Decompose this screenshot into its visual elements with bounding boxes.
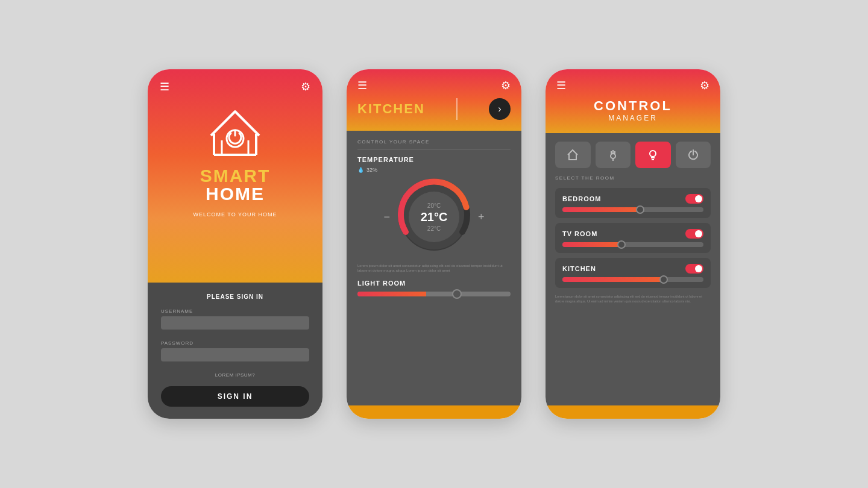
home-label: HOME <box>200 185 271 203</box>
username-input[interactable] <box>161 316 309 330</box>
phone2-header: ☰ ⚙ KITCHEN › <box>347 69 521 131</box>
gear-icon-phone1[interactable]: ⚙ <box>301 80 310 93</box>
kitchen-toggle[interactable] <box>685 264 703 274</box>
hamburger-icon-p3[interactable]: ☰ <box>556 79 566 92</box>
temperature-label: TEMPERATURE <box>357 156 511 163</box>
kitchen-slider-thumb <box>659 275 668 284</box>
kitchen-room-label: KITCHEN <box>562 265 596 272</box>
username-field-container: USERNAME <box>161 308 309 334</box>
kitchen-card: KITCHEN <box>555 258 711 288</box>
hamburger-icon-p2[interactable]: ☰ <box>357 79 367 92</box>
gauge-container: 20°C 21°C 22°C <box>395 178 473 256</box>
phone1: ☰ ⚙ <box>148 69 322 419</box>
plus-button[interactable]: + <box>478 211 485 224</box>
phone1-body: PLEASE SIGN IN USERNAME PASSWORD LOREM I… <box>148 283 322 419</box>
svg-point-10 <box>611 154 615 158</box>
bedroom-label: BEDROOM <box>562 195 601 202</box>
password-input[interactable] <box>161 348 309 361</box>
temp-below: 22°C <box>421 225 448 232</box>
username-label: USERNAME <box>161 308 309 314</box>
next-button[interactable]: › <box>489 98 511 120</box>
gauge-center-text: 20°C 21°C 22°C <box>421 202 448 232</box>
gear-icon-p2[interactable]: ⚙ <box>501 79 511 92</box>
minus-button[interactable]: − <box>383 211 390 224</box>
bedroom-card: BEDROOM <box>555 188 711 218</box>
phone3-footer <box>546 405 720 419</box>
smart-home-title: SMART HOME <box>200 167 271 203</box>
svg-point-14 <box>650 151 656 157</box>
light-slider-fill <box>357 292 426 296</box>
light-room-label: LIGHT ROOM <box>357 280 511 287</box>
smart-label: SMART <box>200 167 271 185</box>
phone3-header: ☰ ⚙ CONTROL MANAGER <box>546 69 720 133</box>
light-slider[interactable] <box>357 292 511 296</box>
home-icon-container <box>205 105 265 160</box>
control-manager-title: CONTROL MANAGER <box>556 98 709 122</box>
power-btn[interactable] <box>676 142 711 168</box>
select-room-label: SELECT THE ROOM <box>555 175 711 181</box>
phone1-topbar: ☰ ⚙ <box>160 80 310 93</box>
tvroom-slider-fill <box>562 242 621 247</box>
phone3-body: SELECT THE ROOM BEDROOM TV ROOM <box>546 133 720 405</box>
tvroom-toggle[interactable] <box>685 229 703 239</box>
home-btn[interactable] <box>555 142 591 168</box>
phone2: ☰ ⚙ KITCHEN › CONTROL YOUR SPACE TEMPERA… <box>347 69 521 419</box>
kitchen-toggle-thumb <box>695 265 702 272</box>
kitchen-header: KITCHEN <box>562 264 703 274</box>
hamburger-icon[interactable]: ☰ <box>160 80 169 93</box>
bedroom-toggle[interactable] <box>685 194 703 204</box>
bedroom-slider-thumb <box>636 205 644 214</box>
temp-main: 21°C <box>421 210 448 224</box>
sign-in-title: PLEASE SIGN IN <box>161 293 309 300</box>
gear-icon-p3[interactable]: ⚙ <box>700 79 709 92</box>
icon-btn-row <box>555 142 711 168</box>
bedroom-toggle-thumb <box>695 195 702 202</box>
tvroom-label: TV ROOM <box>562 230 597 237</box>
phone3-topbar: ☰ ⚙ <box>556 79 709 92</box>
humidity-row: 💧 32% <box>357 167 511 173</box>
kitchen-title-row: KITCHEN › <box>357 98 511 120</box>
phone2-body: CONTROL YOUR SPACE TEMPERATURE 💧 32% − <box>347 131 521 405</box>
temp-above: 20°C <box>421 202 448 209</box>
tvroom-card: TV ROOM <box>555 223 711 253</box>
welcome-text: WELCOME TO YOUR HOME <box>193 211 277 217</box>
kitchen-slider[interactable] <box>562 277 703 282</box>
tvroom-header: TV ROOM <box>562 229 703 239</box>
sign-in-button[interactable]: SIGN IN <box>161 386 309 407</box>
phone3: ☰ ⚙ CONTROL MANAGER <box>546 69 720 419</box>
light-slider-thumb <box>452 289 462 299</box>
house-icon <box>205 105 265 160</box>
tvroom-toggle-thumb <box>695 230 702 237</box>
bedroom-slider-fill <box>562 207 640 212</box>
control-label: CONTROL <box>556 98 709 114</box>
divider <box>456 98 458 120</box>
phone1-header: ☰ ⚙ <box>148 69 322 283</box>
control-your-space-label: CONTROL YOUR SPACE <box>357 139 511 150</box>
lorem-text: LOREM IPSUM? <box>161 372 309 378</box>
password-label: PASSWORD <box>161 340 309 346</box>
bulb-btn[interactable] <box>635 142 671 168</box>
droplet-icon: 💧 <box>357 167 364 173</box>
kitchen-slider-fill <box>562 277 664 282</box>
bedroom-header: BEDROOM <box>562 194 703 204</box>
manager-label: MANAGER <box>556 114 709 122</box>
password-field-container: PASSWORD <box>161 340 309 366</box>
tvroom-slider[interactable] <box>562 242 703 247</box>
humidity-value: 32% <box>366 167 377 173</box>
lorem-small: Lorem ipsum dolor sit amet consectetur a… <box>357 263 511 274</box>
tvroom-slider-thumb <box>617 240 626 249</box>
footer-lorem: Lorem ipsum dolor sit amet consectetur a… <box>555 294 711 304</box>
kitchen-label: KITCHEN <box>357 101 425 117</box>
phone2-topbar: ☰ ⚙ <box>357 79 511 92</box>
plug-btn[interactable] <box>596 142 631 168</box>
bedroom-slider[interactable] <box>562 207 703 212</box>
gauge-area: − <box>357 178 511 256</box>
phone2-footer <box>347 405 521 419</box>
